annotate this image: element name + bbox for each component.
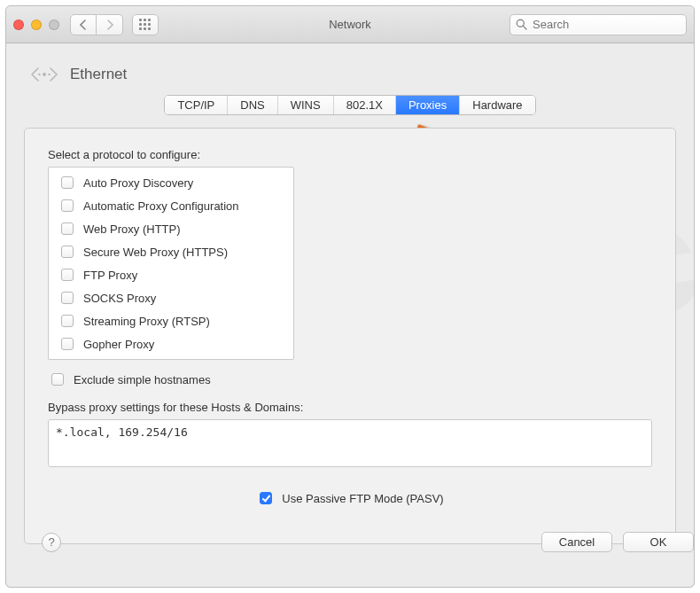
protocol-checkbox[interactable] [61,338,74,350]
protocol-checkbox[interactable] [61,199,74,212]
protocol-label-text: Gopher Proxy [83,338,154,351]
svg-line-1 [523,26,526,29]
footer: ? Cancel OK [42,532,694,552]
ok-button[interactable]: OK [623,532,694,552]
titlebar: Network [6,6,694,43]
protocol-checkbox[interactable] [61,246,74,258]
proxies-panel: Select a protocol to configure: Auto Pro… [24,128,676,544]
tab-bar: TCP/IP DNS WINS 802.1X Proxies Hardware [164,95,535,115]
protocol-row[interactable]: Auto Proxy Discovery [49,171,293,194]
pasv-label: Use Passive FTP Mode (PASV) [282,492,443,505]
svg-point-4 [48,74,50,75]
pasv-checkbox[interactable] [260,492,272,504]
protocol-row[interactable]: Streaming Proxy (RTSP) [49,309,293,332]
protocol-label: Select a protocol to configure: [48,148,652,161]
tab-hardware[interactable]: Hardware [460,96,534,114]
tab-tcpip[interactable]: TCP/IP [165,96,228,114]
protocol-row[interactable]: FTP Proxy [49,263,293,286]
protocol-checkbox[interactable] [61,222,74,235]
pasv-row[interactable]: Use Passive FTP Mode (PASV) [48,489,652,507]
protocol-label-text: SOCKS Proxy [83,292,156,305]
tab-8021x[interactable]: 802.1X [334,96,396,114]
chevron-left-icon [80,20,87,30]
close-icon[interactable] [13,20,24,30]
ethernet-icon [29,59,59,90]
protocol-row[interactable]: Gopher Proxy [49,332,293,355]
protocol-label-text: Streaming Proxy (RTSP) [83,315,210,328]
protocol-row[interactable]: SOCKS Proxy [49,286,293,309]
maximize-icon[interactable] [49,20,59,30]
cancel-button[interactable]: Cancel [541,532,612,552]
search-icon [516,19,527,30]
grid-icon [139,19,152,31]
search-input[interactable] [531,17,681,32]
minimize-icon[interactable] [31,20,42,30]
protocol-row[interactable]: Web Proxy (HTTP) [49,217,293,240]
exclude-hostnames-row[interactable]: Exclude simple hostnames [48,371,652,388]
protocol-checkbox[interactable] [61,269,74,281]
protocol-label-text: Automatic Proxy Configuration [83,199,239,213]
protocol-list: Auto Proxy Discovery Automatic Proxy Con… [48,167,294,360]
tab-wins[interactable]: WINS [278,96,334,114]
heading-row: Ethernet [24,59,676,90]
protocol-label-text: Web Proxy (HTTP) [83,222,181,236]
help-button[interactable]: ? [42,533,61,552]
svg-point-2 [43,73,46,76]
back-button[interactable] [70,14,97,35]
protocol-checkbox[interactable] [61,292,74,304]
exclude-hostnames-checkbox[interactable] [51,373,64,386]
page-title: Ethernet [70,66,127,83]
protocol-label-text: Auto Proxy Discovery [83,176,193,190]
search-field[interactable] [509,14,687,35]
nav-buttons [70,14,123,35]
all-prefs-button[interactable] [132,14,159,35]
bypass-textarea[interactable] [48,419,652,467]
forward-button[interactable] [97,14,123,35]
exclude-hostnames-label: Exclude simple hostnames [74,373,211,386]
svg-point-3 [38,74,40,75]
protocol-label-text: FTP Proxy [83,269,137,282]
bypass-label: Bypass proxy settings for these Hosts & … [48,401,652,414]
protocol-label-text: Secure Web Proxy (HTTPS) [83,246,228,259]
network-window: PCrisk.com Network [5,5,695,588]
protocol-checkbox[interactable] [61,176,74,189]
chevron-right-icon [106,20,113,30]
protocol-row[interactable]: Secure Web Proxy (HTTPS) [49,240,293,263]
traffic-lights [13,20,59,30]
window-body: Ethernet TCP/IP DNS WINS 802.1X Proxies … [6,43,694,587]
tab-proxies[interactable]: Proxies [396,96,460,114]
tab-dns[interactable]: DNS [228,96,277,114]
protocol-checkbox[interactable] [61,315,74,327]
protocol-row[interactable]: Automatic Proxy Configuration [49,194,293,217]
